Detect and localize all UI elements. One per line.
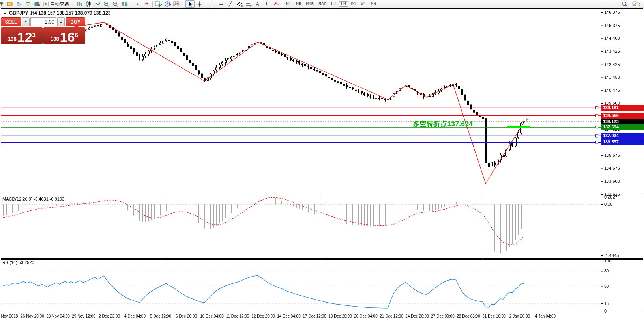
toolbar-separator — [282, 1, 282, 7]
buy-button[interactable]: BUY — [66, 17, 85, 26]
buy-price-box[interactable]: 138 16 6 — [43, 27, 85, 44]
community-icon[interactable] — [15, 1, 23, 7]
toolbar-separator — [183, 1, 183, 7]
tile-windows-icon[interactable] — [120, 1, 129, 7]
collapse-panel-icon[interactable]: ▲ — [3, 11, 7, 15]
symbol-ohlc-title: GBPJPY-,H4 138.157 138.157 138.079 138.1… — [9, 10, 111, 16]
vertical-line-icon[interactable]: │ — [208, 1, 216, 7]
sell-price-point: 3 — [32, 32, 36, 38]
autotrading-icon — [43, 1, 49, 7]
zoom-in-icon[interactable] — [102, 1, 110, 7]
svg-text:E: E — [241, 5, 243, 7]
timeframe-m15[interactable]: M15 — [304, 1, 316, 7]
timeframe-h4[interactable]: H4 — [339, 1, 348, 7]
chart-header: ▲ GBPJPY-,H4 138.157 138.157 138.079 138… — [3, 10, 110, 16]
timeframe-mn[interactable]: MN — [369, 1, 378, 7]
toolbar-right-group — [620, 1, 640, 7]
buy-price-point: 6 — [75, 32, 78, 38]
new-chart-dropdown[interactable]: ▾ — [155, 1, 163, 7]
crosshair-icon[interactable]: ┼ — [195, 1, 204, 7]
buy-price-pips: 16 — [60, 32, 75, 43]
toolbar-separator — [152, 1, 153, 7]
text-tool-icon[interactable]: A — [253, 1, 262, 7]
timeframe-m5[interactable]: M5 — [294, 1, 303, 7]
signals-icon[interactable] — [24, 1, 32, 7]
trendline-icon[interactable]: ╱ — [226, 1, 234, 7]
market-icon[interactable] — [33, 1, 41, 7]
sell-button[interactable]: SELL — [1, 17, 21, 26]
label-tool-icon[interactable]: T — [262, 1, 271, 7]
fibonacci-icon[interactable]: F — [244, 1, 253, 7]
autotrading-button[interactable]: 自动交易 — [42, 0, 71, 8]
indicators-dropdown[interactable]: ▾ — [173, 1, 181, 7]
main-toolbar: 单 自动交易 ▾ ▾ ▾ ┼ │ ─ ╱ E F A T ▾ — [0, 0, 644, 8]
horizontal-line-icon[interactable]: ─ — [217, 1, 225, 7]
zoom-out-icon[interactable] — [111, 1, 120, 7]
timeframe-w1[interactable]: W1 — [359, 1, 368, 7]
chat-icon[interactable] — [632, 1, 640, 7]
chart-shift-icon[interactable] — [142, 1, 150, 7]
mt4-window: 单 自动交易 ▾ ▾ ▾ ┼ │ ─ ╱ E F A T ▾ — [0, 0, 644, 320]
toolbar-separator — [206, 1, 206, 7]
bar-chart-icon[interactable] — [75, 1, 83, 7]
sell-price-pips: 12 — [17, 32, 32, 43]
new-order-button[interactable]: 单 — [0, 1, 5, 7]
price-label-support-2: 136.557 — [601, 139, 644, 145]
price-label-resistance-1: 139.161 — [601, 105, 644, 111]
price-label-support-1: 137.034 — [601, 133, 644, 139]
svg-text:F: F — [250, 5, 252, 7]
auto-scroll-icon[interactable] — [133, 1, 141, 7]
toolbar-separator — [131, 1, 131, 7]
buy-price-whole: 138 — [51, 36, 59, 42]
toolbar-separator — [73, 1, 73, 7]
line-chart-icon[interactable] — [93, 1, 101, 7]
period-dropdown[interactable]: ▾ — [164, 1, 172, 7]
timeframe-d1[interactable]: D1 — [349, 1, 358, 7]
price-chart-canvas[interactable] — [0, 0, 644, 320]
cursor-icon[interactable] — [185, 0, 195, 8]
volume-input[interactable] — [30, 17, 56, 26]
channel-icon[interactable]: E — [235, 1, 243, 7]
macd-label: MACD(12,26,9) -0.4031 -0.9193 — [2, 197, 64, 201]
price-label-turning-point: 137.694 — [601, 124, 644, 130]
rsi-label: RSI(14) 53.2520 — [2, 260, 34, 265]
journal-icon[interactable] — [6, 1, 14, 7]
timeframe-h1[interactable]: H1 — [329, 1, 338, 7]
one-click-trading-panel: SELL ▼ ▲ BUY 138 12 3 138 16 6 — [1, 17, 85, 44]
price-label-resistance-2: 138.556 — [601, 113, 644, 119]
turning-point-annotation[interactable]: 多空转折点137.694 — [413, 119, 473, 128]
sell-price-whole: 138 — [8, 36, 17, 42]
candlestick-icon[interactable] — [84, 1, 92, 7]
volume-increase-button[interactable]: ▲ — [57, 17, 65, 26]
sell-price-box[interactable]: 138 12 3 — [1, 27, 43, 44]
timeframe-m1[interactable]: M1 — [284, 1, 293, 7]
search-icon[interactable] — [620, 1, 629, 7]
price-label-current-bid: 138.123 — [601, 119, 644, 125]
timeframe-m30[interactable]: M30 — [316, 1, 328, 7]
volume-decrease-button[interactable]: ▼ — [22, 17, 30, 26]
arrows-dropdown[interactable]: ▾ — [271, 1, 280, 7]
